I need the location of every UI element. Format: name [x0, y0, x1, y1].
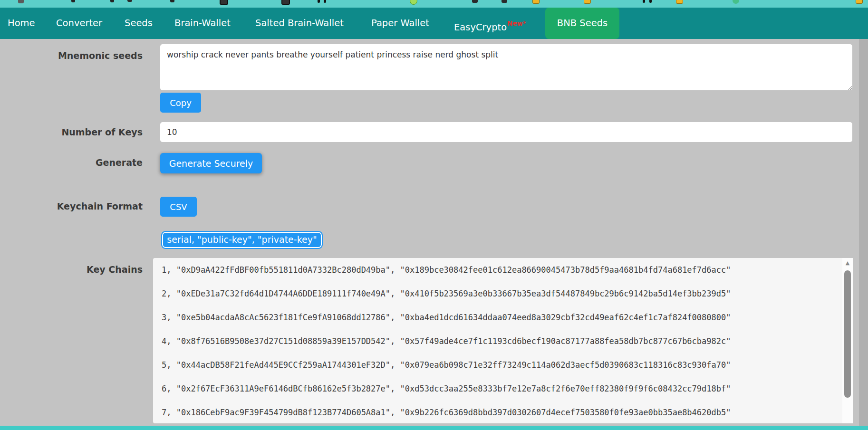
key-chains-scrollbar-track[interactable]: ▲: [842, 258, 853, 423]
emoji-fragment-icon: [324, 0, 326, 3]
emoji-fragment-icon: [532, 0, 540, 4]
key-chain-row: 6, "0x2f67EcF36311A9eF6146dBCfb86162e5f3…: [153, 377, 853, 401]
nav-item-seeds[interactable]: Seeds: [125, 8, 153, 39]
page: Home Converter Seeds Brain-Wallet Salted…: [0, 0, 868, 430]
key-chains-scrollbar-thumb[interactable]: [844, 270, 851, 398]
emoji-fragment-icon: [71, 0, 75, 2]
emoji-fragment-icon: [676, 0, 683, 4]
new-badge: New*: [507, 19, 526, 27]
nav-item-brain-wallet[interactable]: Brain-Wallet: [174, 8, 231, 39]
top-strip: [0, 0, 868, 8]
csv-button[interactable]: CSV: [160, 197, 197, 217]
key-chains-label: Key Chains: [0, 264, 143, 275]
emoji-fragment-icon: [281, 0, 290, 5]
scroll-up-arrow-icon[interactable]: ▲: [842, 260, 853, 266]
mnemonic-seeds-textarea[interactable]: worship crack never pants breathe yourse…: [160, 44, 852, 90]
number-of-keys-input[interactable]: [160, 122, 852, 142]
emoji-fragment-icon: [649, 0, 652, 3]
key-chain-row: 1, "0xD9aA422fFdBF00fb551811d0A7332Bc280…: [153, 258, 853, 282]
nav-item-bnb-seeds-active[interactable]: BNB Seeds: [545, 8, 619, 39]
nav-item-salted-brain-wallet[interactable]: Salted Brain-Wallet: [255, 8, 344, 39]
main-nav: Home Converter Seeds Brain-Wallet Salted…: [0, 8, 868, 39]
emoji-fragment-icon: [410, 0, 417, 5]
mnemonic-seeds-label: Mnemonic seeds: [0, 50, 143, 61]
key-chain-row: 2, "0xEDe31a7C32fd64d1D4744A6DDE189111f7…: [153, 282, 853, 306]
nav-item-paper-wallet[interactable]: Paper Wallet: [371, 8, 429, 39]
emoji-fragment-icon: [502, 0, 507, 3]
nav-item-converter[interactable]: Converter: [56, 8, 102, 39]
emoji-fragment-icon: [127, 0, 132, 2]
generate-securely-button[interactable]: Generate Securely: [160, 153, 262, 173]
nav-item-easycrypto[interactable]: EasyCryptoNew*: [454, 8, 526, 39]
emoji-fragment-icon: [110, 0, 114, 2]
emoji-fragment-icon: [18, 0, 24, 3]
key-chain-row: 7, "0x186CebF9ac9F39F454799dB8f123B774D6…: [153, 401, 853, 423]
emoji-fragment-icon: [584, 0, 591, 4]
emoji-fragment-icon: [856, 0, 863, 4]
key-chain-row: 3, "0xe5b04acdaA8cAc5623f181fCe9fA91068d…: [153, 306, 853, 329]
bottom-strip: [0, 426, 868, 430]
emoji-fragment-icon: [733, 0, 739, 4]
key-chain-row: 4, "0x8f76516B9508e37d27C151d08859a39E15…: [153, 329, 853, 353]
emoji-fragment-icon: [643, 0, 645, 3]
keychain-format-label: Keychain Format: [0, 201, 143, 211]
generate-label: Generate: [0, 157, 143, 168]
key-chains-output[interactable]: 1, "0xD9aA422fFdBF00fb551811d0A7332Bc280…: [153, 258, 853, 423]
page-scrollbar[interactable]: [859, 39, 868, 426]
nav-item-home[interactable]: Home: [8, 8, 35, 39]
emoji-fragment-icon: [220, 0, 228, 5]
emoji-fragment-icon: [472, 0, 478, 3]
number-of-keys-label: Number of Keys: [0, 127, 143, 137]
emoji-fragment-icon: [170, 0, 174, 2]
copy-button[interactable]: Copy: [160, 93, 201, 113]
format-template-field[interactable]: serial, "public-key", "private-key": [161, 231, 323, 249]
key-chain-row: 5, "0x44acDB58F21feAd445E9CCf259aA174430…: [153, 353, 853, 377]
emoji-fragment-icon: [318, 0, 320, 3]
nav-item-label: EasyCrypto: [454, 22, 507, 33]
